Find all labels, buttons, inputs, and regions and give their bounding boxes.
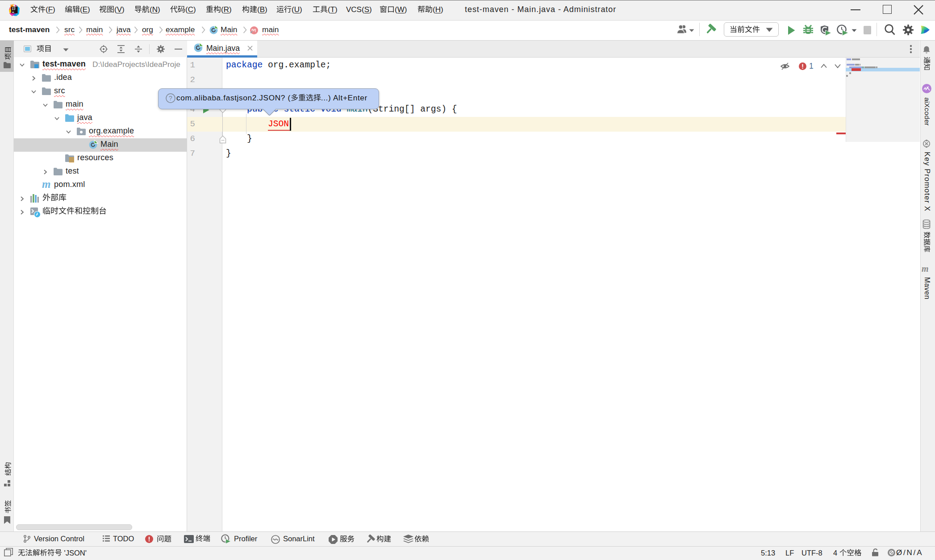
svg-text:?: ? [169, 95, 172, 102]
